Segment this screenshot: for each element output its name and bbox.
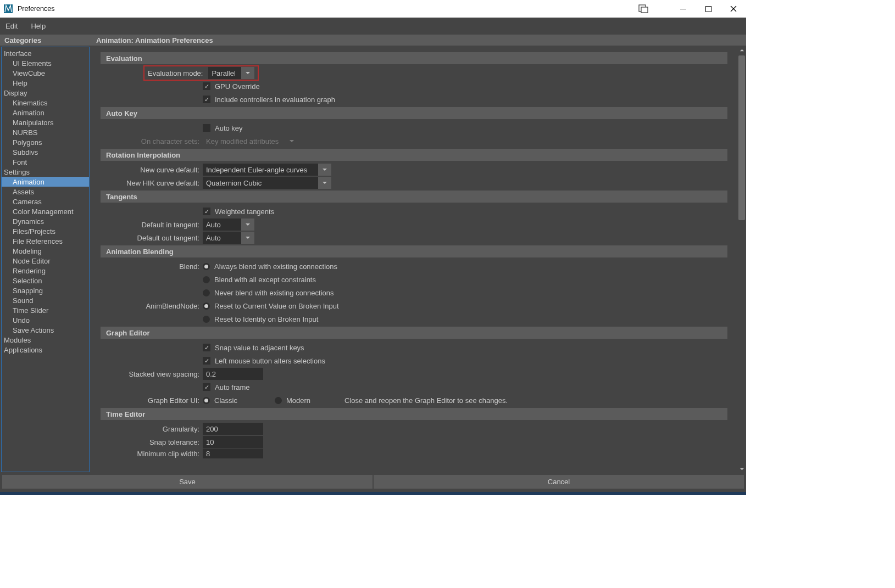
newhik-dropdown[interactable]: Quaternion Cubic [203,177,318,189]
evaluation-mode-label: Evaluation mode: [148,69,206,77]
section-rotation: Rotation Interpolation [101,149,727,161]
category-item[interactable]: Polygons [2,137,89,147]
section-evaluation: Evaluation [101,52,727,64]
category-item[interactable]: Save Actions [2,325,89,335]
category-item[interactable]: Modeling [2,246,89,256]
weighted-tangents-checkbox[interactable] [203,208,210,215]
section-autokey: Auto Key [101,107,727,119]
category-item[interactable]: Help [2,78,89,88]
granularity-label: Granularity: [101,425,203,433]
autokey-checkbox[interactable] [203,124,210,132]
newcurve-dropdown[interactable]: Independent Euler-angle curves [203,164,318,176]
evaluation-mode-highlight: Evaluation mode: Parallel [143,65,259,81]
evaluation-mode-dropdown-btn[interactable] [241,67,254,79]
category-item[interactable]: Settings [2,167,89,177]
snap-tolerance-label: Snap tolerance: [101,438,203,446]
grapheditor-classic-radio[interactable] [203,397,210,404]
category-item[interactable]: Animation [2,108,89,117]
abn-reset-identity-radio[interactable] [203,316,210,323]
lmb-alter-label: Left mouse button alters selections [215,357,325,365]
svg-rect-4 [705,6,711,12]
category-item[interactable]: Animation [2,177,89,187]
category-item[interactable]: Selection [2,276,89,285]
blend-always-radio[interactable] [203,263,210,270]
close-button[interactable] [721,0,746,18]
abn-reset-current-label: Reset to Current Value on Broken Input [214,302,339,310]
category-item[interactable]: Applications [2,345,89,355]
include-controllers-checkbox[interactable] [203,96,210,103]
autoframe-label: Auto frame [215,383,250,391]
section-graph: Graph Editor [101,327,727,339]
grapheditor-modern-radio[interactable] [275,397,282,404]
window-options-icon[interactable] [638,4,648,14]
section-tangents: Tangents [101,191,727,203]
category-item[interactable]: Font [2,157,89,167]
cancel-button[interactable]: Cancel [374,475,744,489]
category-item[interactable]: Assets [2,187,89,197]
granularity-input[interactable]: 200 [203,423,263,435]
evaluation-mode-dropdown[interactable]: Parallel [208,67,241,79]
category-item[interactable]: File References [2,236,89,246]
in-tangent-dropdown[interactable]: Auto [203,219,241,231]
abn-reset-current-radio[interactable] [203,303,210,310]
grapheditor-classic-label: Classic [214,396,275,405]
autoframe-checkbox[interactable] [203,383,210,391]
abn-reset-identity-label: Reset to Identity on Broken Input [214,315,318,323]
category-item[interactable]: Node Editor [2,256,89,266]
category-item[interactable]: Cameras [2,197,89,206]
snap-value-checkbox[interactable] [203,344,210,351]
scroll-down-arrow[interactable] [737,464,746,473]
category-item[interactable]: Modules [2,335,89,345]
blend-never-radio[interactable] [203,289,210,296]
vertical-scrollbar[interactable] [737,46,746,473]
abn-label: AnimBlendNode: [101,302,203,310]
category-item[interactable]: Color Management [2,206,89,216]
snap-tolerance-input[interactable]: 10 [203,436,263,448]
category-item[interactable]: Display [2,88,89,98]
category-item[interactable]: Interface [2,48,89,58]
category-item[interactable]: Undo [2,315,89,325]
scroll-thumb[interactable] [738,55,745,220]
categories-header: Categories [0,35,91,46]
oncharsets-label: On character sets: [101,137,203,145]
category-item[interactable]: Files/Projects [2,226,89,236]
stacked-spacing-input[interactable]: 0.2 [203,368,263,380]
category-item[interactable]: ViewCube [2,68,89,78]
menu-edit[interactable]: Edit [5,22,18,30]
category-item[interactable]: Time Slider [2,305,89,315]
category-item[interactable]: Dynamics [2,216,89,226]
category-item[interactable]: Sound [2,295,89,305]
scroll-up-arrow[interactable] [737,46,746,54]
category-item[interactable]: Snapping [2,285,89,295]
preferences-window: Preferences Edit Help Categories Interfa… [0,0,746,492]
window-title: Preferences [18,5,638,13]
category-item[interactable]: Kinematics [2,98,89,108]
in-tangent-dropdown-btn[interactable] [241,219,254,231]
newhik-dropdown-btn[interactable] [318,177,331,189]
include-controllers-label: Include controllers in evaluation graph [215,96,335,104]
out-tangent-dropdown[interactable]: Auto [203,232,241,244]
blend-except-label: Blend with all except constraints [214,276,316,284]
bottom-accent-bar [0,492,746,495]
lmb-alter-checkbox[interactable] [203,357,210,365]
svg-rect-2 [641,7,648,13]
titlebar: Preferences [0,0,746,18]
newcurve-dropdown-btn[interactable] [318,164,331,176]
footer: Save Cancel [0,473,746,492]
gpu-override-checkbox[interactable] [203,82,210,90]
maximize-button[interactable] [696,0,721,18]
categories-list[interactable]: InterfaceUI ElementsViewCubeHelpDisplayK… [1,47,90,472]
minimize-button[interactable] [670,0,696,18]
stacked-spacing-label: Stacked view spacing: [101,370,203,378]
blend-except-radio[interactable] [203,276,210,283]
category-item[interactable]: Rendering [2,266,89,276]
category-item[interactable]: Manipulators [2,117,89,127]
min-clip-width-label: Minimum clip width: [101,450,203,458]
out-tangent-dropdown-btn[interactable] [241,232,254,244]
category-item[interactable]: UI Elements [2,58,89,68]
category-item[interactable]: NURBS [2,127,89,137]
min-clip-width-input[interactable]: 8 [203,449,263,458]
menu-help[interactable]: Help [31,22,46,30]
save-button[interactable]: Save [2,475,373,489]
category-item[interactable]: Subdivs [2,147,89,157]
